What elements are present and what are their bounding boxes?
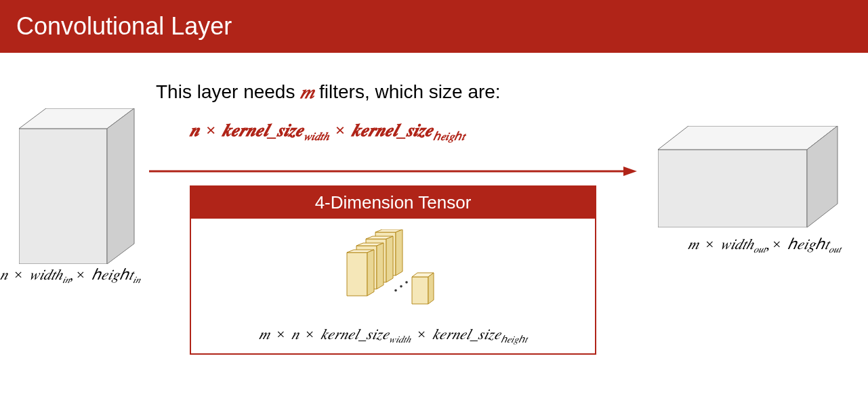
svg-marker-2 [107,108,134,264]
caption-m-variable: 𝑚 [300,81,314,102]
svg-marker-7 [623,167,637,176]
slide-title-text: Convolutional Layer [16,12,232,40]
svg-point-21 [400,285,402,288]
svg-marker-25 [428,273,434,304]
svg-point-22 [405,281,408,284]
svg-marker-23 [412,277,428,304]
arrow-icon [149,164,637,178]
input-tensor-icon [19,108,141,264]
filters-caption: This layer needs 𝑚 filters, which size a… [156,81,501,104]
svg-marker-16 [377,243,384,289]
svg-marker-13 [386,236,393,282]
caption-text-after: filters, which size are: [314,81,500,102]
tensor-card-title: 4-Dimension Tensor [191,187,595,219]
svg-point-20 [394,289,397,292]
svg-marker-10 [396,229,402,275]
tensor-shape-formula: 𝑚 × 𝑛 × 𝑘𝑒𝑟𝑛𝑒𝑙_𝑠𝑖𝑧𝑒𝑤𝑖𝑑𝑡ℎ × 𝑘𝑒𝑟𝑛𝑒𝑙_𝑠𝑖𝑧𝑒ℎ𝑒… [199,326,587,345]
input-size-formula: 𝑛 × 𝑤𝑖𝑑𝑡ℎ𝑖𝑛,× ℎ𝑒𝑖𝑔ℎ𝑡𝑖𝑛 [0,266,140,286]
tensor-card: 4-Dimension Tensor [190,185,596,355]
caption-text-before: This layer needs [156,81,300,102]
svg-marker-0 [19,129,107,264]
tensor-card-body: 𝑚 × 𝑛 × 𝑘𝑒𝑟𝑛𝑒𝑙_𝑠𝑖𝑧𝑒𝑤𝑖𝑑𝑡ℎ × 𝑘𝑒𝑟𝑛𝑒𝑙_𝑠𝑖𝑧𝑒ℎ𝑒… [191,219,595,353]
output-size-formula: 𝑚 × 𝑤𝑖𝑑𝑡ℎ𝑜𝑢𝑡,× ℎ𝑒𝑖𝑔ℎ𝑡𝑜𝑢𝑡 [688,236,841,255]
slide-content: This layer needs 𝑚 filters, which size a… [0,53,868,419]
output-tensor-icon [658,126,841,227]
svg-marker-19 [367,250,374,296]
svg-marker-4 [658,126,838,150]
filter-stack-icon [325,229,461,317]
slide-title: Convolutional Layer [0,0,868,53]
svg-marker-17 [347,252,367,296]
svg-marker-3 [658,150,807,227]
filter-size-formula: 𝒏 × 𝒌𝒆𝒓𝒏𝒆𝒍_𝒔𝒊𝒛𝒆𝑤𝑖𝑑𝑡ℎ × 𝒌𝒆𝒓𝒏𝒆𝒍_𝒔𝒊𝒛𝒆ℎ𝑒𝑖𝑔ℎ𝑡 [190,120,465,144]
